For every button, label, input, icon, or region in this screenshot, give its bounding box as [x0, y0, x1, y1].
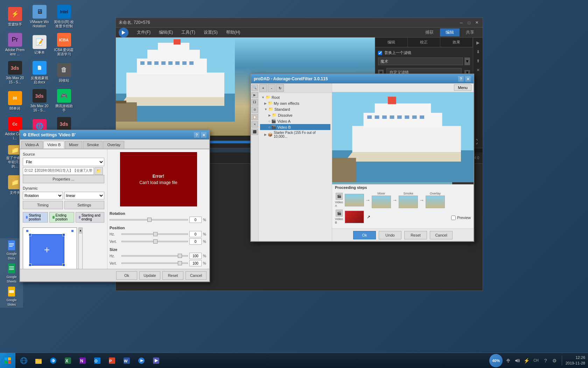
tree-root[interactable]: ▼ 📁 Root [260, 94, 330, 100]
icon-3dsmax1[interactable]: 3ds 3ds Max 2015 - S... [4, 60, 26, 86]
filter-dropdown[interactable]: ▼ [464, 57, 470, 65]
taskbar-explorer[interactable] [31, 354, 46, 367]
prodad-undo-btn[interactable]: Undo [379, 231, 401, 239]
pos-hz-slider-track[interactable] [121, 233, 188, 235]
menu-edit[interactable]: 编辑(E) [156, 29, 176, 36]
taskbar-camtasia[interactable] [134, 354, 148, 367]
handle-tl[interactable] [29, 233, 31, 236]
side-tab-correct[interactable]: 校正 [408, 38, 440, 47]
canvas-scroll-up[interactable]: ▲ [79, 228, 82, 233]
handle-tl2[interactable] [26, 230, 29, 232]
taskbar-stream[interactable] [149, 354, 163, 367]
pos-hz-thumb[interactable] [153, 232, 158, 236]
play-button[interactable] [119, 28, 128, 38]
prodad-tb-refresh[interactable]: ↻ [276, 84, 284, 92]
prodad-close-btn[interactable]: ✕ [465, 76, 471, 82]
cancel-button[interactable]: Cancel [186, 271, 206, 280]
weather-widget[interactable]: 40% [489, 354, 503, 367]
effect-tab-mixer[interactable]: Mixer [65, 141, 82, 149]
handle-tr[interactable] [62, 233, 65, 236]
properties-button[interactable]: Properties ... [23, 175, 104, 183]
settings-tray-icon[interactable]: ⚙ [551, 357, 558, 364]
prodad-tb-collapse[interactable]: - [268, 84, 275, 92]
tab-edit[interactable]: 编辑 [440, 28, 460, 36]
tree-standard[interactable]: ▼ 📁 Standard [260, 106, 330, 112]
ending-pos-tab[interactable]: Ending position [49, 212, 74, 223]
prodad-help-btn[interactable]: ? [458, 76, 464, 82]
tab-capture[interactable]: 捕获 [420, 28, 439, 36]
side-tab-effects[interactable]: 效果 [440, 38, 473, 47]
icon-vmware[interactable]: 🖥 VMware Workstation [28, 4, 51, 30]
update-button[interactable]: Update [139, 271, 160, 280]
prodad-progress-bar[interactable] [332, 182, 474, 184]
size-hz-slider-track[interactable] [121, 255, 188, 257]
icon-thunder[interactable]: ⚡ 雷霆快手 [4, 4, 26, 30]
ps-btn-3[interactable]: 🎞 [252, 99, 258, 105]
size-vert-slider-track[interactable] [121, 263, 188, 264]
taskbar-excel[interactable]: X [61, 354, 75, 367]
handle-br[interactable] [62, 264, 65, 266]
icon-vocab[interactable]: 88 88单词 [4, 88, 26, 114]
taskbar-ie[interactable] [17, 354, 31, 367]
taskbar-media[interactable] [46, 354, 60, 367]
taskbar-ppt[interactable]: P [105, 354, 119, 367]
effect-close-btn[interactable]: ✕ [201, 132, 206, 138]
icon-iciba[interactable]: ICBA ICBA 爱词霸英语学习 [52, 32, 75, 58]
handle-bl[interactable] [29, 264, 31, 266]
tree-dissolve[interactable]: ▶ 📁 Dissolve [260, 112, 330, 118]
close-button[interactable]: ✕ [474, 20, 480, 26]
ps-btn-2[interactable]: ▶ [252, 92, 258, 98]
starting-pos-tab[interactable]: Starting position [23, 212, 48, 223]
source-select[interactable]: File [23, 158, 104, 166]
system-clock[interactable]: 12:26 2019-11-28 [566, 355, 585, 366]
pos-vert-slider-track[interactable] [121, 241, 188, 242]
pos-vert-value[interactable]: 0 [189, 238, 202, 245]
network-icon[interactable] [505, 357, 512, 364]
ps-btn-5[interactable]: 📋 [252, 114, 258, 120]
menu-file[interactable]: 文件(F) [134, 29, 153, 36]
ok-button[interactable]: Ok [116, 271, 137, 280]
effect-tab-video-b[interactable]: Video B [43, 141, 64, 149]
taskbar-onenote[interactable]: N [76, 354, 90, 367]
tree-video-a[interactable]: ○ 🎬 Video A [260, 118, 330, 124]
ps-btn-1[interactable]: 🔍 [252, 84, 258, 91]
prodad-reset-btn[interactable]: Reset [404, 231, 427, 239]
rotation-value[interactable]: 0 [189, 217, 202, 223]
pos-hz-value[interactable]: 0 [189, 231, 202, 237]
preview-blue-box[interactable] [29, 234, 64, 266]
minimize-button[interactable]: ─ [458, 20, 464, 26]
effect-tab-smoke[interactable]: Smoke [83, 141, 103, 149]
rotation-slider-track[interactable] [110, 219, 188, 220]
preview-checkbox-input[interactable] [451, 216, 456, 220]
ps-btn-4[interactable]: ⚙ [252, 107, 258, 113]
source-browse-btn[interactable]: 📁 [94, 167, 103, 175]
prodad-tb-expand[interactable]: + [259, 84, 267, 92]
timing-button[interactable]: Timing [23, 201, 63, 209]
tree-video-b[interactable]: ○ 🎬 Video B [260, 124, 330, 130]
prodad-ok-btn[interactable]: Ok [353, 231, 376, 239]
prodad-cancel-btn[interactable]: Cancel [430, 231, 453, 239]
tree-my-effects[interactable]: ▶ 📁 My own effects [260, 100, 330, 106]
settings-button[interactable]: Settings [64, 201, 105, 209]
effect-help-btn[interactable]: ? [194, 132, 200, 138]
icon-premiere[interactable]: Pr Adobe Premiere ... [4, 32, 26, 58]
effect-tab-video-a[interactable]: Video-A [21, 141, 43, 149]
pos-vert-thumb[interactable] [153, 239, 158, 244]
taskbar-word[interactable]: W [120, 354, 134, 367]
effect-tab-overlay[interactable]: Overlay [103, 141, 124, 149]
icon-game[interactable]: 🎮 腾讯游戏助手 [52, 88, 75, 114]
reset-button[interactable]: Reset [162, 271, 183, 280]
side-icon-3[interactable]: ⬆ [474, 57, 482, 65]
google-slides-icon[interactable]: Google Slides [0, 285, 23, 308]
volume-icon[interactable] [514, 357, 521, 364]
ps-btn-7[interactable]: ⬛ [252, 129, 258, 135]
size-vert-value[interactable]: 100 [189, 260, 202, 266]
linear-select[interactable]: linear [64, 192, 105, 199]
tree-starter-pack[interactable]: ▶ 📦 Starter Pack (155 Fx out of 10,000..… [260, 130, 330, 139]
side-tab-edit[interactable]: 编辑 [375, 38, 408, 47]
filter-toggle[interactable] [378, 51, 382, 55]
help-tray-icon[interactable]: ? [542, 357, 549, 364]
size-hz-value[interactable]: 100 [189, 253, 202, 259]
side-icon-4[interactable]: ✕ [474, 66, 482, 74]
power-icon[interactable]: ⚡ [523, 357, 530, 364]
